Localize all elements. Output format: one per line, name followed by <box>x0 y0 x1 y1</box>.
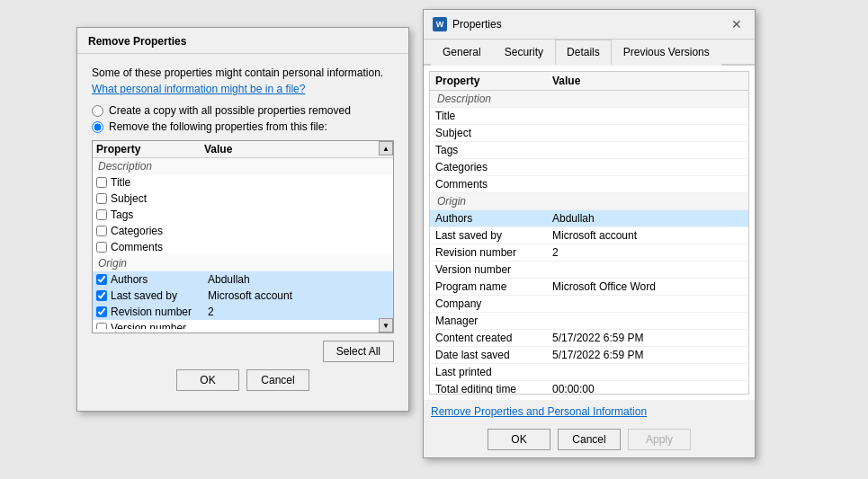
table-row: Subject <box>430 125 748 142</box>
table-row: Program name Microsoft Office Word <box>430 279 748 296</box>
details-scroll[interactable]: Property Value Description Title <box>430 72 748 395</box>
list-item: Categories <box>93 223 393 239</box>
prop-revision-value: 2 <box>208 306 389 318</box>
table-row: Origin <box>430 193 748 210</box>
table-row: Authors Abdullah <box>430 210 748 227</box>
word-icon: W <box>433 17 447 31</box>
prop-version-label: Version number <box>111 322 208 329</box>
val-total-editing: 00:00:00 <box>547 381 748 395</box>
val-manager <box>547 313 748 330</box>
properties-dialog: W Properties ✕ General Security Details … <box>423 9 756 458</box>
prop-comments: Comments <box>430 176 547 193</box>
prop-subject-label: Subject <box>111 192 208 205</box>
checkbox-comments[interactable] <box>96 242 107 253</box>
description-group-header: Description <box>93 158 393 174</box>
remove-properties-link[interactable]: Remove Properties and Personal Informati… <box>431 405 647 418</box>
property-list-scroll[interactable]: Description Title Subject Tags <box>93 158 393 329</box>
cancel-button[interactable]: Cancel <box>246 369 309 391</box>
props-button-row: OK Cancel Apply <box>424 421 755 457</box>
val-title <box>547 108 748 125</box>
prop-title: Title <box>430 108 547 125</box>
close-button[interactable]: ✕ <box>728 15 746 33</box>
radio-copy-label: Create a copy with all possible properti… <box>109 104 351 117</box>
ok-button[interactable]: OK <box>176 369 239 391</box>
remove-dialog-title: Remove Properties <box>88 35 186 48</box>
checkbox-title[interactable] <box>96 177 107 188</box>
details-col-property: Property <box>430 72 547 91</box>
list-item: Last saved by Microsoft account <box>93 288 393 304</box>
checkbox-revision[interactable] <box>96 306 107 317</box>
prop-total-editing: Total editing time <box>430 381 547 395</box>
tab-security[interactable]: Security <box>493 40 555 66</box>
val-subject <box>547 125 748 142</box>
checkbox-last-saved[interactable] <box>96 290 107 301</box>
val-last-printed <box>547 364 748 381</box>
list-item: Tags <box>93 207 393 223</box>
radio-remove-row: Remove the following properties from thi… <box>92 120 394 133</box>
scroll-down-arrow[interactable]: ▼ <box>379 318 393 333</box>
props-ok-button[interactable]: OK <box>488 429 550 450</box>
tab-previous-versions[interactable]: Previous Versions <box>612 40 721 66</box>
props-apply-button[interactable]: Apply <box>628 429 691 450</box>
val-tags <box>547 142 748 159</box>
prop-categories-label: Categories <box>111 225 208 237</box>
prop-subject: Subject <box>430 125 547 142</box>
list-item: Version number <box>93 320 393 329</box>
radio-copy[interactable] <box>92 105 103 117</box>
title-left: W Properties <box>433 17 502 31</box>
prop-comments-label: Comments <box>111 241 208 253</box>
tab-general[interactable]: General <box>431 40 493 66</box>
prop-authors: Authors <box>430 210 547 227</box>
tabs-bar: General Security Details Previous Versio… <box>424 40 755 66</box>
remove-info-text: Some of these properties might contain p… <box>92 67 394 79</box>
property-list-header: Property Value <box>93 141 393 158</box>
table-row: Categories <box>430 159 748 176</box>
val-categories <box>547 159 748 176</box>
prop-date-last-saved: Date last saved <box>430 347 547 364</box>
col-value-header: Value <box>204 143 389 155</box>
val-last-saved-by: Microsoft account <box>547 227 748 244</box>
col-property-header: Property <box>96 143 204 155</box>
table-row: Total editing time 00:00:00 <box>430 381 748 395</box>
list-item: Comments <box>93 239 393 255</box>
val-version-number <box>547 262 748 279</box>
properties-title: Properties <box>452 18 502 31</box>
details-footer: Remove Properties and Personal Informati… <box>424 400 755 421</box>
details-col-value: Value <box>547 72 748 91</box>
table-row: Company <box>430 296 748 313</box>
prop-program-name: Program name <box>430 279 547 296</box>
radio-remove[interactable] <box>92 121 103 133</box>
prop-revision-label: Revision number <box>111 306 208 318</box>
checkbox-tags[interactable] <box>96 209 107 220</box>
checkbox-categories[interactable] <box>96 226 107 236</box>
origin-group-header: Origin <box>93 255 393 271</box>
prop-authors-value: Abdullah <box>208 273 389 286</box>
table-row: Comments <box>430 176 748 193</box>
props-cancel-button[interactable]: Cancel <box>558 429 621 450</box>
table-row: Content created 5/17/2022 6:59 PM <box>430 330 748 347</box>
table-row: Last printed <box>430 364 748 381</box>
table-row: Date last saved 5/17/2022 6:59 PM <box>430 347 748 364</box>
list-item: Authors Abdullah <box>93 271 393 288</box>
checkbox-authors[interactable] <box>96 274 107 285</box>
table-row: Tags <box>430 142 748 159</box>
val-content-created: 5/17/2022 6:59 PM <box>547 330 748 347</box>
prop-authors-label: Authors <box>111 273 208 286</box>
tab-details[interactable]: Details <box>555 40 612 66</box>
prop-company: Company <box>430 296 547 313</box>
personal-info-link[interactable]: What personal information might be in a … <box>92 83 394 95</box>
radio-remove-label: Remove the following properties from thi… <box>109 120 327 133</box>
prop-content-created: Content created <box>430 330 547 347</box>
details-table: Property Value Description Title <box>430 72 748 395</box>
scroll-up-arrow[interactable]: ▲ <box>379 141 393 155</box>
val-date-last-saved: 5/17/2022 6:59 PM <box>547 347 748 364</box>
val-company <box>547 296 748 313</box>
table-row: Title <box>430 108 748 125</box>
prop-categories: Categories <box>430 159 547 176</box>
select-all-button[interactable]: Select All <box>323 341 394 362</box>
checkbox-subject[interactable] <box>96 193 107 204</box>
val-comments <box>547 176 748 193</box>
origin-group: Origin <box>430 193 748 210</box>
checkbox-version[interactable] <box>96 323 107 329</box>
prop-last-saved-value: Microsoft account <box>208 289 389 302</box>
